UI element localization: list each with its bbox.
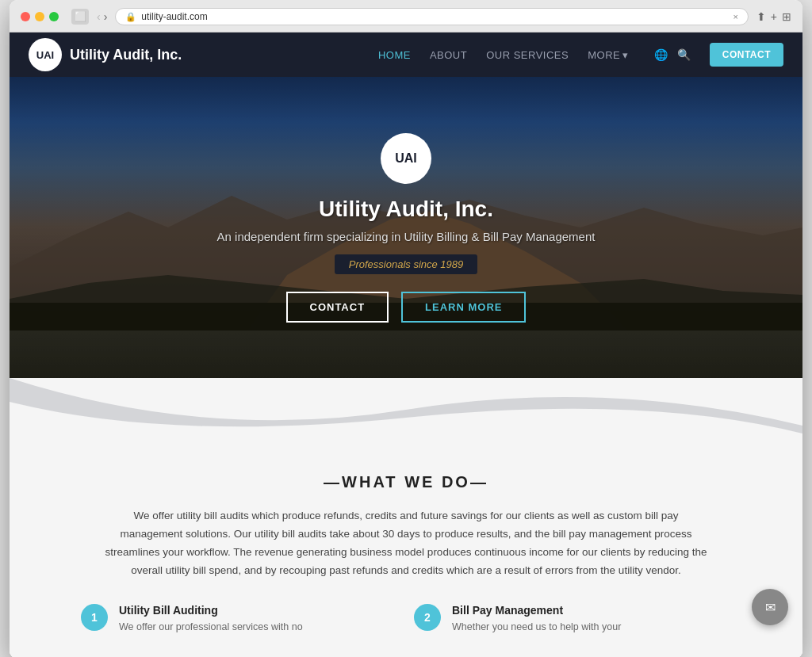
nav-contact-button[interactable]: CONTACT (710, 43, 783, 67)
service-number-1: 1 (81, 604, 108, 631)
url-text: utility-audit.com (141, 11, 728, 22)
nav-link-more[interactable]: MORE ▾ (588, 49, 629, 61)
service-number-2: 2 (414, 604, 441, 631)
navbar-brand: UAI Utility Audit, Inc. (29, 38, 378, 71)
website-content: UAI Utility Audit, Inc. HOME ABOUT OUR S… (10, 32, 802, 657)
nav-link-about[interactable]: ABOUT (430, 49, 467, 61)
url-bar[interactable]: 🔒 utility-audit.com × (115, 8, 748, 25)
navbar-nav: HOME ABOUT OUR SERVICES MORE ▾ 🌐 🔍 CONTA… (378, 43, 783, 67)
browser-chrome: ⬜ ‹ › 🔒 utility-audit.com × ⬆ + ⊞ (10, 0, 802, 32)
browser-controls: ⬜ (71, 9, 89, 25)
chevron-down-icon: ▾ (622, 49, 629, 61)
close-dot[interactable] (21, 12, 30, 21)
sidebar-toggle[interactable]: ⬜ (71, 9, 89, 25)
nav-icons: 🌐 🔍 (654, 48, 691, 61)
tab-close-icon[interactable]: × (733, 12, 737, 21)
hero-subtitle: An independent firm specializing in Util… (217, 230, 596, 243)
minimize-dot[interactable] (35, 12, 44, 21)
service-desc-2: Whether you need us to help with your (452, 620, 621, 635)
maximize-dot[interactable] (49, 12, 59, 21)
nav-link-services[interactable]: OUR SERVICES (486, 49, 569, 61)
services-grid: 1 Utility Bill Auditing We offer our pro… (81, 604, 731, 635)
search-icon[interactable]: 🔍 (677, 48, 691, 61)
service-title-1: Utility Bill Auditing (119, 604, 303, 617)
hero-title: Utility Audit, Inc. (217, 197, 596, 222)
grid-button[interactable]: ⊞ (782, 10, 791, 23)
hero-badge: Professionals since 1989 (335, 254, 478, 274)
hero-content: UAI Utility Audit, Inc. An independent f… (201, 117, 611, 338)
brand-logo: UAI (29, 38, 62, 71)
back-button[interactable]: ‹ (97, 10, 101, 23)
hero-buttons: CONTACT LEARN MORE (217, 292, 596, 323)
what-we-do-section: —WHAT WE DO— We offer utility bill audit… (10, 441, 802, 657)
share-button[interactable]: ⬆ (756, 10, 766, 23)
service-item-2: 2 Bill Pay Management Whether you need u… (414, 604, 731, 635)
section-title: —WHAT WE DO— (57, 473, 755, 491)
float-contact-button[interactable]: ✉ (752, 589, 788, 625)
nav-link-home[interactable]: HOME (378, 49, 411, 61)
service-title-2: Bill Pay Management (452, 604, 621, 617)
wave-divider (10, 378, 802, 441)
browser-dots (21, 12, 59, 21)
envelope-icon: ✉ (765, 600, 776, 615)
service-desc-1: We offer our professional services with … (119, 620, 303, 635)
brand-name: Utility Audit, Inc. (70, 47, 182, 63)
browser-actions: ⬆ + ⊞ (756, 10, 791, 23)
new-tab-button[interactable]: + (771, 10, 777, 23)
globe-icon[interactable]: 🌐 (654, 48, 668, 61)
service-item-1: 1 Utility Bill Auditing We offer our pro… (81, 604, 398, 635)
service-text-1: Utility Bill Auditing We offer our profe… (119, 604, 303, 635)
hero-contact-button[interactable]: CONTACT (286, 292, 389, 323)
section-description: We offer utility bill audits which produ… (105, 507, 707, 580)
navbar: UAI Utility Audit, Inc. HOME ABOUT OUR S… (10, 32, 802, 77)
hero-section: UAI Utility Audit, Inc. An independent f… (10, 77, 802, 378)
nav-arrows: ‹ › (97, 10, 107, 23)
browser-window: ⬜ ‹ › 🔒 utility-audit.com × ⬆ + ⊞ UAI Ut… (10, 0, 802, 657)
service-text-2: Bill Pay Management Whether you need us … (452, 604, 621, 635)
hero-learn-button[interactable]: LEARN MORE (401, 292, 526, 323)
hero-logo: UAI (381, 133, 431, 184)
forward-button[interactable]: › (104, 10, 108, 23)
security-icon: 🔒 (125, 12, 136, 22)
